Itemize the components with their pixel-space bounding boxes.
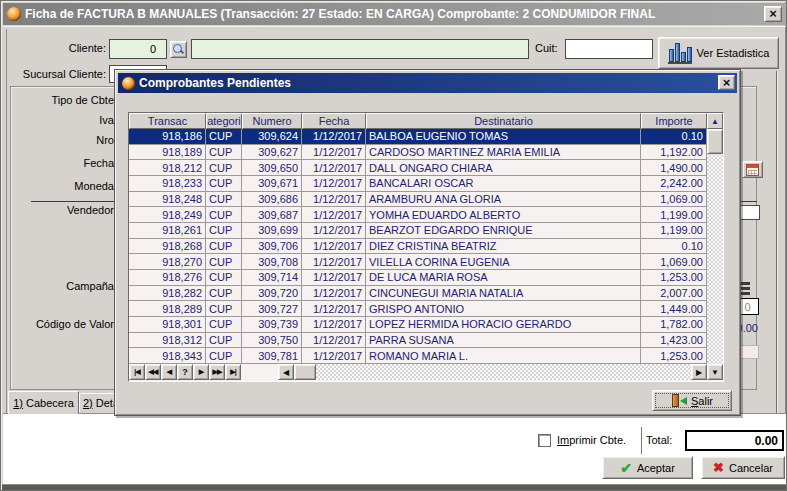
cell-categoria: CUP [206, 286, 242, 301]
column-header-importe[interactable]: Importe [641, 113, 707, 129]
cell-numero: 309,708 [242, 254, 302, 269]
cell-numero: 309,686 [242, 192, 302, 207]
cliente-search-button[interactable] [170, 41, 187, 58]
cell-transac: 918,233 [129, 176, 206, 191]
cell-fecha: 1/12/2017 [302, 239, 366, 254]
arrow-right-icon: ▶ [696, 368, 702, 377]
nav-first-button[interactable]: |◀ [129, 364, 145, 380]
table-row[interactable]: 918,270CUP309,7081/12/2017VILELLA CORINA… [129, 254, 707, 270]
table-row[interactable]: 918,312CUP309,7501/12/2017PARRA SUSANA1,… [129, 333, 707, 349]
cell-importe: 1,253.00 [641, 348, 707, 363]
cell-fecha: 1/12/2017 [302, 286, 366, 301]
cell-importe: 1,253.00 [641, 270, 707, 285]
grid-header-row: Transac ategori Numero Fecha Destinatari… [129, 113, 723, 129]
window-close-button[interactable]: × [764, 6, 782, 22]
cell-fecha: 1/12/2017 [302, 145, 366, 160]
cliente-code-field[interactable]: 0 [109, 39, 167, 59]
table-row[interactable]: 918,282CUP309,7201/12/2017CINCUNEGUI MAR… [129, 286, 707, 302]
cell-transac: 918,261 [129, 223, 206, 238]
fecha-label: Fecha [15, 157, 114, 169]
fecha-calendar-button[interactable] [742, 161, 763, 178]
cell-categoria: CUP [206, 207, 242, 222]
cell-destinatario: ROMANO MARIA L. [366, 348, 641, 363]
vendedor-label: Vendedor [15, 204, 114, 216]
column-header-categoria[interactable]: ategori [206, 113, 242, 129]
table-row[interactable]: 918,233CUP309,6711/12/2017BANCALARI OSCA… [129, 176, 707, 192]
nav-next-button[interactable]: ▶ [193, 364, 209, 380]
scroll-left-button[interactable]: ◀ [278, 364, 294, 380]
salir-button[interactable]: Salir [652, 390, 732, 411]
table-row[interactable]: 918,186CUP309,6241/12/2017BALBOA EUGENIO… [129, 129, 707, 145]
cell-transac: 918,270 [129, 254, 206, 269]
table-row[interactable]: 918,268CUP309,7061/12/2017DIEZ CRISTINA … [129, 239, 707, 255]
cuit-field[interactable] [565, 39, 653, 59]
table-row[interactable]: 918,289CUP309,7271/12/2017GRISPO ANTONIO… [129, 301, 707, 317]
dialog-close-button[interactable]: × [718, 75, 735, 90]
imprimir-checkbox[interactable] [538, 434, 551, 447]
dialog-titlebar[interactable]: Comprobantes Pendientes [118, 73, 737, 93]
vendedor-field-fragment[interactable] [738, 205, 760, 220]
form-separator-right [741, 201, 757, 202]
window-bottom-border [2, 484, 787, 491]
column-header-destinatario[interactable]: Destinatario [366, 113, 641, 129]
tab-cabecera[interactable]: 1) Cabecera [8, 391, 79, 414]
window-titlebar[interactable]: Ficha de FACTURA B MANUALES (Transacción… [3, 3, 786, 25]
campana-qty-value: 0 [744, 301, 750, 313]
total-field[interactable]: 0.00 [685, 430, 784, 451]
cell-categoria: CUP [206, 333, 242, 348]
cliente-name-field[interactable] [191, 39, 529, 59]
cell-numero: 309,624 [242, 129, 302, 144]
cell-numero: 309,650 [242, 160, 302, 175]
cell-numero: 309,781 [242, 348, 302, 363]
cell-categoria: CUP [206, 317, 242, 332]
cuit-label: Cuit: [535, 42, 563, 54]
cancelar-button[interactable]: ✖ Cancelar [701, 456, 785, 479]
cell-importe: 0.10 [641, 129, 707, 144]
table-row[interactable]: 918,343CUP309,7811/12/2017ROMANO MARIA L… [129, 348, 707, 364]
cell-categoria: CUP [206, 254, 242, 269]
scroll-right-button[interactable]: ▶ [691, 364, 707, 380]
arrow-down-icon: ▼ [711, 368, 719, 377]
cell-importe: 0.10 [641, 239, 707, 254]
bar-chart-icon [668, 42, 692, 64]
ver-estadistica-button[interactable]: Ver Estadistica [658, 37, 779, 69]
cliente-code-value: 0 [150, 43, 156, 55]
nav-fast-next-button[interactable]: ▶▶ [209, 364, 225, 380]
aceptar-button[interactable]: ✔ Aceptar [602, 456, 693, 479]
tipo-cbte-label: Tipo de Cbte [15, 94, 114, 106]
vertical-scrollbar-track[interactable] [707, 129, 723, 364]
salir-button-face: Salir [655, 393, 729, 408]
table-row[interactable]: 918,248CUP309,6861/12/2017ARAMBURU ANA G… [129, 192, 707, 208]
cell-categoria: CUP [206, 145, 242, 160]
nav-refresh-button[interactable]: ? [177, 364, 193, 380]
column-header-fecha[interactable]: Fecha [302, 113, 366, 129]
calendar-icon [746, 164, 759, 176]
cell-numero: 309,739 [242, 317, 302, 332]
table-row[interactable]: 918,189CUP309,6271/12/2017CARDOSO MARTIN… [129, 145, 707, 161]
column-header-transac[interactable]: Transac [129, 113, 206, 129]
cancelar-label: Cancelar [729, 462, 773, 474]
aceptar-label: Aceptar [637, 462, 675, 474]
cell-importe: 1,199.00 [641, 207, 707, 222]
cell-importe: 1,069.00 [641, 254, 707, 269]
horizontal-scrollbar-thumb[interactable] [294, 364, 316, 380]
nav-prev-button[interactable]: ◀ [161, 364, 177, 380]
cell-destinatario: DE LUCA MARIA ROSA [366, 270, 641, 285]
vertical-scrollbar-thumb[interactable] [707, 129, 723, 154]
ver-estadistica-label: Ver Estadistica [697, 47, 770, 59]
table-row[interactable]: 918,301CUP309,7391/12/2017LOPEZ HERMIDA … [129, 317, 707, 333]
table-row[interactable]: 918,249CUP309,6871/12/2017YOMHA EDUARDO … [129, 207, 707, 223]
nav-fast-prev-button[interactable]: ◀◀ [145, 364, 161, 380]
total-divider [641, 427, 642, 454]
column-header-numero[interactable]: Numero [242, 113, 302, 129]
cell-destinatario: PARRA SUSANA [366, 333, 641, 348]
form-separator-left [31, 201, 114, 202]
scroll-up-button[interactable]: ▲ [707, 113, 723, 129]
table-row[interactable]: 918,212CUP309,6501/12/2017DALL ONGARO CH… [129, 160, 707, 176]
cell-importe: 1,069.00 [641, 192, 707, 207]
horizontal-scrollbar-track[interactable] [316, 364, 691, 380]
nav-last-button[interactable]: ▶| [225, 364, 241, 380]
table-row[interactable]: 918,261CUP309,6991/12/2017BEARZOT EDGARD… [129, 223, 707, 239]
table-row[interactable]: 918,276CUP309,7141/12/2017DE LUCA MARIA … [129, 270, 707, 286]
scroll-down-button[interactable]: ▼ [707, 364, 723, 380]
